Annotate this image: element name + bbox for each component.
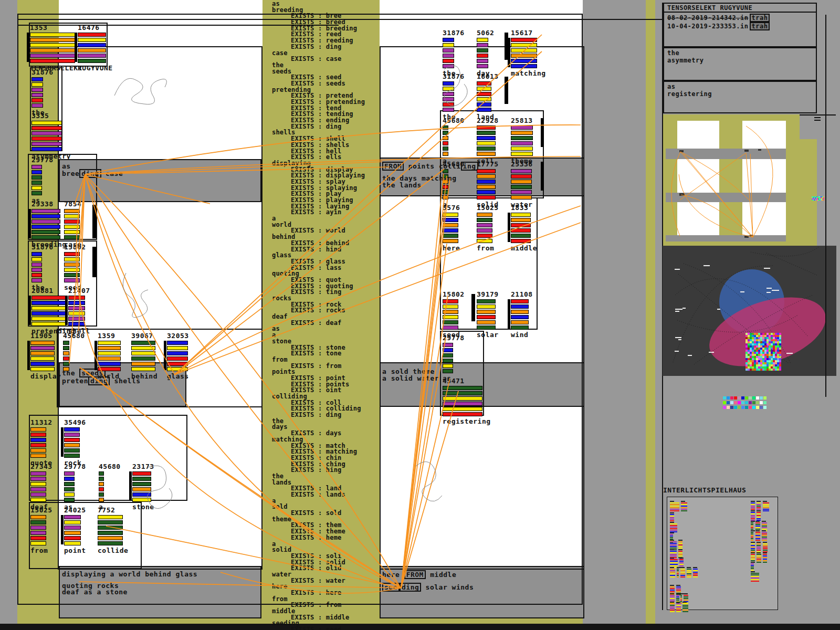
- ministrip: [684, 600, 688, 601]
- ministrip: [676, 590, 681, 591]
- card-seed[interactable]: 15802seed: [443, 290, 458, 339]
- card-pretending[interactable]: 20881pretending: [32, 287, 66, 335]
- bar: [477, 169, 496, 173]
- card-from[interactable]: 15025from: [477, 204, 492, 252]
- ministrip: [763, 543, 768, 544]
- ministrip: [757, 560, 761, 561]
- minicard-number: [687, 567, 691, 568]
- bar: [64, 477, 75, 481]
- card-bars: [30, 427, 46, 458]
- card-middle[interactable]: 1833middle: [511, 204, 531, 252]
- ministrip: [670, 575, 675, 576]
- card-solid[interactable]: 17775solid: [477, 160, 496, 208]
- card-number: 22928: [477, 117, 496, 124]
- card-label: collide: [98, 547, 123, 554]
- card-behind[interactable]: 39067behind: [131, 332, 155, 380]
- card-glass[interactable]: 32053glass: [167, 332, 188, 380]
- file-tag[interactable]: trah: [750, 14, 770, 22]
- bar: [64, 230, 80, 234]
- card-day[interactable]: 5062day: [477, 29, 488, 77]
- ministrip: [762, 537, 767, 538]
- card-registering[interactable]: 45471registering: [443, 377, 482, 425]
- card-case[interactable]: 7854case: [64, 200, 80, 248]
- card-bars: [64, 209, 80, 239]
- bar: [443, 97, 454, 101]
- ministrip: [763, 562, 767, 563]
- card-a[interactable]: 45680a: [443, 117, 448, 165]
- card-number: 11312: [30, 418, 46, 426]
- swatch: [745, 406, 748, 409]
- file-row[interactable]: 10-04-2019-233353.intrah: [667, 22, 813, 30]
- bar: [32, 98, 43, 102]
- bar: [132, 498, 151, 502]
- bar: [511, 190, 532, 194]
- card-sell[interactable]: 22928sell: [477, 117, 496, 165]
- card-matching[interactable]: 15617matching: [511, 29, 537, 77]
- card-label: matching: [511, 69, 537, 77]
- gallery-minicard: [687, 567, 691, 578]
- card-45680[interactable]: 45680: [63, 332, 69, 372]
- card-world[interactable]: 1359world: [98, 332, 121, 380]
- card-collide[interactable]: 7752collide: [98, 506, 123, 554]
- card-the[interactable]: 31876the: [32, 243, 42, 291]
- bar: [64, 520, 81, 524]
- ministrip: [751, 538, 753, 539]
- card-seed[interactable]: 15802seed: [64, 243, 80, 291]
- bar: [30, 520, 46, 524]
- bar: [477, 239, 492, 243]
- bar: [32, 252, 42, 256]
- ministrip: [670, 528, 677, 529]
- card-rock[interactable]: 35496rock: [64, 418, 80, 467]
- file-tag[interactable]: trah: [750, 22, 770, 30]
- card-the[interactable]: 31876the: [32, 68, 43, 117]
- bar: [99, 471, 104, 476]
- card-stone[interactable]: 23173stone: [132, 463, 151, 511]
- card-RUGYVUNE[interactable]: 16476RUGYVUNE: [78, 24, 106, 72]
- section-registering[interactable]: as registering: [663, 81, 817, 113]
- ministrip: [670, 600, 675, 601]
- swatch: [763, 406, 766, 409]
- card-from[interactable]: 15025from: [30, 506, 46, 554]
- card-deaf[interactable]: 27343deaf: [30, 463, 46, 511]
- bar: [30, 536, 46, 540]
- bar: [32, 214, 60, 218]
- minicard-number: [763, 552, 767, 553]
- card-a[interactable]: 45680a: [99, 463, 104, 511]
- card-as[interactable]: 29778as: [64, 463, 75, 511]
- card-water[interactable]: 25336water: [511, 160, 532, 208]
- card-quote[interactable]: 11312quote: [30, 418, 46, 467]
- card-shell[interactable]: 21407shell: [68, 287, 85, 335]
- card-the[interactable]: 31876the: [443, 72, 454, 121]
- ministrip: [687, 570, 691, 571]
- card-theme[interactable]: 25813theme: [511, 117, 533, 165]
- file-row[interactable]: 08-02-2019-214342.intrah: [667, 14, 813, 22]
- card-a[interactable]: 45680a: [443, 160, 448, 208]
- ministrip: [751, 560, 755, 561]
- card-wind[interactable]: 21108wind: [511, 290, 529, 339]
- bar: [477, 234, 492, 238]
- card-here[interactable]: 5576here: [443, 204, 458, 252]
- bar: [68, 301, 85, 305]
- card-asymmetry[interactable]: 3335asymmetry: [32, 112, 62, 160]
- card-TENSORSELEKT[interactable]: 1353TENSORSELEKT: [30, 24, 75, 72]
- card-breeding[interactable]: 29338breeding: [32, 200, 60, 248]
- card-as[interactable]: 29778as: [32, 156, 42, 204]
- card-bars: [511, 213, 531, 243]
- card-land[interactable]: 16013land: [477, 72, 491, 121]
- hamburger-icon[interactable]: [814, 117, 821, 121]
- bar: [443, 299, 458, 303]
- card-display[interactable]: 11905display: [30, 332, 55, 380]
- ministrip: [755, 524, 760, 525]
- ministrip: [680, 569, 685, 570]
- bar: [30, 492, 46, 497]
- bar: [32, 181, 42, 185]
- card-as[interactable]: 29778as: [443, 334, 453, 382]
- ministrip: [677, 572, 679, 573]
- card-the[interactable]: 31876the: [443, 29, 454, 77]
- card-solar[interactable]: 39179solar: [477, 290, 496, 339]
- card-label: display: [30, 372, 55, 380]
- section-asymmetry[interactable]: the asymmetry: [663, 47, 817, 81]
- card-point[interactable]: 24025point: [64, 506, 81, 554]
- swatch: [749, 406, 752, 409]
- swatch: [760, 396, 763, 400]
